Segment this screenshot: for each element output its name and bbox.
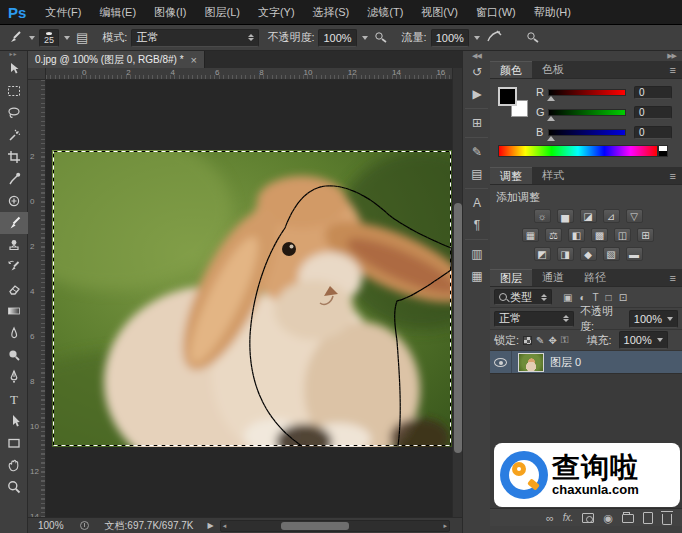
brush-preset-dropdown-icon[interactable] — [64, 36, 70, 40]
eyedropper-tool[interactable] — [0, 168, 28, 190]
black-white-icon[interactable]: ◧ — [568, 228, 585, 242]
info-panel-icon[interactable]: ▥ — [463, 243, 491, 265]
expand-panels-icon[interactable]: ◀◀ — [463, 51, 490, 61]
color-panel-menu-icon[interactable]: ≡ — [664, 61, 682, 78]
foreground-swatch[interactable] — [498, 87, 517, 106]
menu-image[interactable]: 图像(I) — [145, 5, 195, 20]
type-tool[interactable]: T — [0, 388, 28, 410]
hand-tool[interactable] — [0, 454, 28, 476]
mode-select[interactable]: 正常 — [131, 29, 259, 47]
gradient-map-icon[interactable]: ▬ — [626, 247, 643, 261]
green-slider[interactable] — [548, 109, 626, 116]
exposure-icon[interactable]: ⊿ — [603, 209, 620, 223]
history-panel-icon[interactable]: ↺ — [463, 61, 491, 83]
red-slider-knob[interactable] — [547, 96, 555, 101]
brush-tool[interactable] — [0, 212, 28, 234]
lock-position-icon[interactable]: ✥ — [548, 335, 556, 346]
menu-edit[interactable]: 编辑(E) — [90, 5, 145, 20]
lock-pixels-icon[interactable]: ✎ — [536, 335, 544, 346]
blue-value-field[interactable]: 0 — [634, 126, 672, 139]
zoom-tool[interactable] — [0, 476, 28, 498]
delete-layer-icon[interactable] — [662, 514, 672, 525]
new-group-icon[interactable] — [622, 514, 634, 523]
hue-saturation-icon[interactable]: ▦ — [522, 228, 539, 242]
tab-swatches[interactable]: 色板 — [532, 61, 574, 78]
lasso-tool[interactable] — [0, 102, 28, 124]
photo-filter-icon[interactable]: ▩ — [591, 228, 608, 242]
tab-styles[interactable]: 样式 — [532, 167, 574, 184]
tab-color[interactable]: 颜色 — [490, 61, 532, 78]
canvas-pasteboard[interactable] — [46, 80, 452, 517]
horizontal-scrollbar[interactable]: ◂ ▸ — [220, 520, 450, 532]
scroll-right-icon[interactable]: ▸ — [443, 522, 447, 530]
clone-source-panel-icon[interactable]: ⊞ — [463, 112, 491, 134]
fill-field[interactable]: 100% — [619, 331, 668, 349]
document-tab[interactable]: 0.jpg @ 100% (图层 0, RGB/8#) * × — [28, 51, 205, 68]
flow-field[interactable]: 100% — [431, 29, 469, 47]
opacity-pressure-icon[interactable] — [374, 30, 388, 46]
paragraph-panel-icon[interactable]: ¶ — [463, 214, 491, 236]
eraser-tool[interactable] — [0, 278, 28, 300]
add-mask-icon[interactable] — [582, 513, 594, 523]
selective-color-icon[interactable]: ▧ — [603, 247, 620, 261]
brush-panel-toggle-icon[interactable]: ▤ — [76, 30, 88, 45]
blend-mode-select[interactable]: 正常 — [494, 311, 574, 327]
green-value-field[interactable]: 0 — [634, 106, 672, 119]
filter-adjustment-icon[interactable]: ◐ — [577, 292, 587, 303]
move-tool[interactable] — [0, 58, 28, 80]
path-selection-tool[interactable] — [0, 410, 28, 432]
brush-tool-icon[interactable] — [6, 29, 24, 47]
status-expand-icon[interactable]: ▶ — [208, 521, 214, 530]
color-panel-swatches[interactable] — [498, 87, 528, 117]
dodge-tool[interactable] — [0, 344, 28, 366]
status-zoom-level[interactable]: 100% — [28, 520, 72, 531]
clone-stamp-tool[interactable] — [0, 234, 28, 256]
filter-type-icon[interactable]: T — [591, 292, 601, 303]
vibrance-icon[interactable]: ▽ — [626, 209, 643, 223]
layer-visibility-toggle[interactable] — [490, 351, 512, 373]
layer-row[interactable]: 图层 0 — [490, 351, 682, 374]
spot-healing-brush-tool[interactable] — [0, 190, 28, 212]
spectrum-bw-swatch[interactable] — [658, 145, 668, 157]
history-brush-tool[interactable] — [0, 256, 28, 278]
tab-close-icon[interactable]: × — [191, 54, 197, 66]
red-slider[interactable] — [548, 89, 626, 96]
curves-icon[interactable]: ◪ — [580, 209, 597, 223]
filter-image-icon[interactable]: ▣ — [561, 292, 574, 303]
menu-help[interactable]: 帮助(H) — [525, 5, 580, 20]
layer-name[interactable]: 图层 0 — [550, 355, 581, 370]
tab-adjustments[interactable]: 调整 — [490, 167, 532, 184]
opacity-field[interactable]: 100% — [318, 29, 356, 47]
threshold-icon[interactable]: ◆ — [580, 247, 597, 261]
horizontal-scrollbar-thumb[interactable] — [281, 522, 349, 530]
red-value-field[interactable]: 0 — [634, 86, 672, 99]
layer-thumbnail[interactable] — [518, 353, 544, 372]
filter-smart-object-icon[interactable]: ⊡ — [617, 292, 629, 303]
menu-select[interactable]: 选择(S) — [304, 5, 359, 20]
menu-filter[interactable]: 滤镜(T) — [358, 5, 412, 20]
flow-dropdown-icon[interactable] — [474, 36, 480, 40]
menu-view[interactable]: 视图(V) — [412, 5, 467, 20]
brightness-contrast-icon[interactable]: ☼ — [534, 209, 551, 223]
link-layers-icon[interactable]: ∞ — [546, 509, 554, 527]
menu-file[interactable]: 文件(F) — [36, 5, 90, 20]
color-spectrum-bar[interactable] — [498, 145, 658, 157]
toolbar-grip[interactable]: ▸▸ — [0, 51, 27, 58]
notes-panel-icon[interactable]: ▦ — [463, 265, 491, 287]
layer-style-icon[interactable]: fx. — [563, 509, 574, 527]
green-slider-knob[interactable] — [547, 116, 555, 121]
levels-icon[interactable]: ▅ — [557, 209, 574, 223]
tab-paths[interactable]: 路径 — [574, 269, 616, 286]
menu-window[interactable]: 窗口(W) — [467, 5, 525, 20]
crop-tool[interactable] — [0, 146, 28, 168]
shape-tool[interactable] — [0, 432, 28, 454]
menu-layer[interactable]: 图层(L) — [195, 5, 248, 20]
pen-tool[interactable] — [0, 366, 28, 388]
color-lookup-icon[interactable]: ⊞ — [637, 228, 654, 242]
channel-mixer-icon[interactable]: ◫ — [614, 228, 631, 242]
size-pressure-icon[interactable] — [526, 30, 540, 46]
adjustments-panel-menu-icon[interactable]: ≡ — [664, 167, 682, 184]
invert-icon[interactable]: ◩ — [534, 247, 551, 261]
actions-panel-icon[interactable]: ▶ — [463, 83, 491, 105]
filter-shape-icon[interactable]: □ — [604, 292, 614, 303]
